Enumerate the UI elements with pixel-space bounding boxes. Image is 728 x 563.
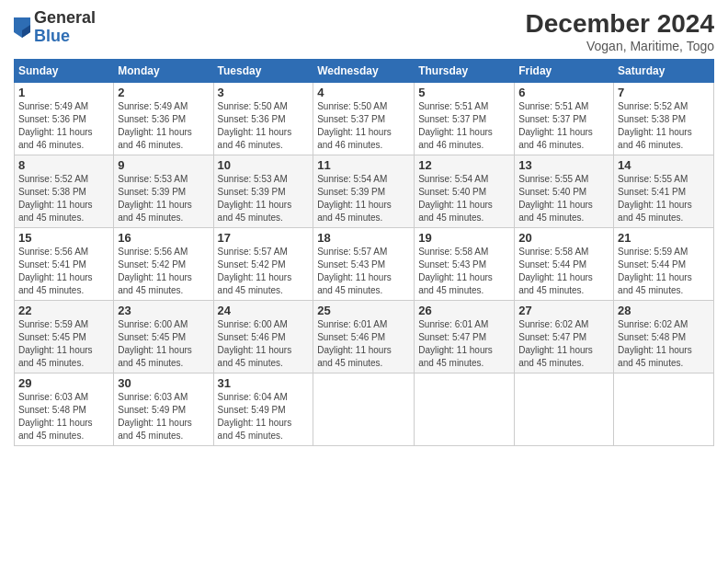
day-info: Sunrise: 5:57 AM Sunset: 5:42 PM Dayligh… bbox=[218, 246, 310, 297]
header: General Blue December 2024 Vogan, Mariti… bbox=[14, 9, 714, 53]
day-info: Sunrise: 6:03 AM Sunset: 5:49 PM Dayligh… bbox=[118, 391, 209, 442]
day-info: Sunrise: 5:54 AM Sunset: 5:39 PM Dayligh… bbox=[317, 173, 410, 224]
day-number: 1 bbox=[18, 86, 109, 99]
day-info: Sunrise: 5:50 AM Sunset: 5:36 PM Dayligh… bbox=[218, 100, 310, 152]
table-row: 8Sunrise: 5:52 AM Sunset: 5:38 PM Daylig… bbox=[15, 155, 114, 228]
day-number: 12 bbox=[418, 158, 510, 172]
day-number: 23 bbox=[118, 304, 209, 317]
table-row: 11Sunrise: 5:54 AM Sunset: 5:39 PM Dayli… bbox=[313, 155, 415, 228]
day-info: Sunrise: 5:57 AM Sunset: 5:43 PM Dayligh… bbox=[317, 246, 410, 297]
logo-blue: Blue bbox=[34, 28, 96, 46]
day-number: 15 bbox=[18, 231, 109, 245]
day-number: 25 bbox=[317, 304, 410, 317]
table-row: 6Sunrise: 5:51 AM Sunset: 5:37 PM Daylig… bbox=[515, 83, 614, 155]
table-row: 12Sunrise: 5:54 AM Sunset: 5:40 PM Dayli… bbox=[415, 155, 515, 228]
day-number: 21 bbox=[618, 231, 710, 245]
col-wednesday: Wednesday bbox=[313, 60, 415, 83]
day-number: 29 bbox=[18, 376, 109, 390]
day-info: Sunrise: 6:03 AM Sunset: 5:48 PM Dayligh… bbox=[18, 391, 109, 442]
day-number: 26 bbox=[418, 304, 510, 317]
location: Vogan, Maritime, Togo bbox=[526, 39, 714, 53]
table-row: 16Sunrise: 5:56 AM Sunset: 5:42 PM Dayli… bbox=[114, 228, 213, 301]
day-number: 11 bbox=[317, 158, 410, 172]
day-info: Sunrise: 5:56 AM Sunset: 5:41 PM Dayligh… bbox=[18, 246, 109, 297]
day-info: Sunrise: 5:54 AM Sunset: 5:40 PM Dayligh… bbox=[418, 173, 510, 224]
day-info: Sunrise: 5:51 AM Sunset: 5:37 PM Dayligh… bbox=[518, 100, 609, 152]
day-info: Sunrise: 6:02 AM Sunset: 5:48 PM Dayligh… bbox=[618, 318, 710, 370]
calendar-row: 22Sunrise: 5:59 AM Sunset: 5:45 PM Dayli… bbox=[15, 301, 714, 373]
day-number: 8 bbox=[18, 158, 109, 172]
calendar-row: 15Sunrise: 5:56 AM Sunset: 5:41 PM Dayli… bbox=[15, 228, 714, 301]
day-number: 24 bbox=[218, 304, 310, 317]
table-row: 25Sunrise: 6:01 AM Sunset: 5:46 PM Dayli… bbox=[313, 301, 415, 373]
day-number: 20 bbox=[518, 231, 609, 245]
logo: General Blue bbox=[14, 9, 96, 46]
day-number: 4 bbox=[317, 86, 410, 99]
day-number: 27 bbox=[518, 304, 609, 317]
table-row: 29Sunrise: 6:03 AM Sunset: 5:48 PM Dayli… bbox=[15, 373, 114, 446]
title-block: December 2024 Vogan, Maritime, Togo bbox=[526, 9, 714, 53]
col-thursday: Thursday bbox=[415, 60, 515, 83]
logo-icon bbox=[14, 17, 30, 38]
calendar-table: Sunday Monday Tuesday Wednesday Thursday… bbox=[14, 59, 714, 446]
day-info: Sunrise: 5:53 AM Sunset: 5:39 PM Dayligh… bbox=[118, 173, 209, 224]
day-info: Sunrise: 5:55 AM Sunset: 5:40 PM Dayligh… bbox=[518, 173, 609, 224]
day-info: Sunrise: 5:58 AM Sunset: 5:43 PM Dayligh… bbox=[418, 246, 510, 297]
day-info: Sunrise: 5:50 AM Sunset: 5:37 PM Dayligh… bbox=[317, 100, 410, 152]
day-number: 9 bbox=[118, 158, 209, 172]
table-row: 27Sunrise: 6:02 AM Sunset: 5:47 PM Dayli… bbox=[515, 301, 614, 373]
day-number: 19 bbox=[418, 231, 510, 245]
day-number: 28 bbox=[618, 304, 710, 317]
day-number: 31 bbox=[218, 376, 310, 390]
day-info: Sunrise: 5:52 AM Sunset: 5:38 PM Dayligh… bbox=[618, 100, 710, 152]
day-info: Sunrise: 5:52 AM Sunset: 5:38 PM Dayligh… bbox=[18, 173, 109, 224]
day-info: Sunrise: 5:51 AM Sunset: 5:37 PM Dayligh… bbox=[418, 100, 510, 152]
table-row: 4Sunrise: 5:50 AM Sunset: 5:37 PM Daylig… bbox=[313, 83, 415, 155]
day-info: Sunrise: 6:00 AM Sunset: 5:46 PM Dayligh… bbox=[218, 318, 310, 370]
col-friday: Friday bbox=[515, 60, 614, 83]
table-row: 3Sunrise: 5:50 AM Sunset: 5:36 PM Daylig… bbox=[213, 83, 313, 155]
day-number: 7 bbox=[618, 86, 710, 99]
table-row: 7Sunrise: 5:52 AM Sunset: 5:38 PM Daylig… bbox=[614, 83, 714, 155]
calendar-row: 29Sunrise: 6:03 AM Sunset: 5:48 PM Dayli… bbox=[15, 373, 714, 446]
header-row: Sunday Monday Tuesday Wednesday Thursday… bbox=[15, 60, 714, 83]
table-row: 1Sunrise: 5:49 AM Sunset: 5:36 PM Daylig… bbox=[15, 83, 114, 155]
day-info: Sunrise: 6:01 AM Sunset: 5:46 PM Dayligh… bbox=[317, 318, 410, 370]
calendar-row: 8Sunrise: 5:52 AM Sunset: 5:38 PM Daylig… bbox=[15, 155, 714, 228]
calendar-body: 1Sunrise: 5:49 AM Sunset: 5:36 PM Daylig… bbox=[15, 83, 714, 446]
logo-text: General Blue bbox=[34, 9, 96, 46]
table-row: 17Sunrise: 5:57 AM Sunset: 5:42 PM Dayli… bbox=[213, 228, 313, 301]
table-row bbox=[515, 373, 614, 446]
table-row: 14Sunrise: 5:55 AM Sunset: 5:41 PM Dayli… bbox=[614, 155, 714, 228]
day-info: Sunrise: 5:59 AM Sunset: 5:45 PM Dayligh… bbox=[18, 318, 109, 370]
table-row: 30Sunrise: 6:03 AM Sunset: 5:49 PM Dayli… bbox=[114, 373, 213, 446]
day-info: Sunrise: 6:04 AM Sunset: 5:49 PM Dayligh… bbox=[218, 391, 310, 442]
day-info: Sunrise: 6:00 AM Sunset: 5:45 PM Dayligh… bbox=[118, 318, 209, 370]
table-row: 21Sunrise: 5:59 AM Sunset: 5:44 PM Dayli… bbox=[614, 228, 714, 301]
day-number: 6 bbox=[518, 86, 609, 99]
day-number: 17 bbox=[218, 231, 310, 245]
table-row bbox=[415, 373, 515, 446]
table-row: 2Sunrise: 5:49 AM Sunset: 5:36 PM Daylig… bbox=[114, 83, 213, 155]
table-row: 31Sunrise: 6:04 AM Sunset: 5:49 PM Dayli… bbox=[213, 373, 313, 446]
table-row: 23Sunrise: 6:00 AM Sunset: 5:45 PM Dayli… bbox=[114, 301, 213, 373]
day-number: 30 bbox=[118, 376, 209, 390]
day-number: 2 bbox=[118, 86, 209, 99]
table-row: 19Sunrise: 5:58 AM Sunset: 5:43 PM Dayli… bbox=[415, 228, 515, 301]
day-info: Sunrise: 5:56 AM Sunset: 5:42 PM Dayligh… bbox=[118, 246, 209, 297]
day-info: Sunrise: 5:58 AM Sunset: 5:44 PM Dayligh… bbox=[518, 246, 609, 297]
table-row: 5Sunrise: 5:51 AM Sunset: 5:37 PM Daylig… bbox=[415, 83, 515, 155]
day-info: Sunrise: 6:02 AM Sunset: 5:47 PM Dayligh… bbox=[518, 318, 609, 370]
day-number: 13 bbox=[518, 158, 609, 172]
day-number: 18 bbox=[317, 231, 410, 245]
table-row: 15Sunrise: 5:56 AM Sunset: 5:41 PM Dayli… bbox=[15, 228, 114, 301]
day-number: 5 bbox=[418, 86, 510, 99]
day-number: 16 bbox=[118, 231, 209, 245]
day-info: Sunrise: 5:59 AM Sunset: 5:44 PM Dayligh… bbox=[618, 246, 710, 297]
table-row bbox=[614, 373, 714, 446]
col-saturday: Saturday bbox=[614, 60, 714, 83]
day-info: Sunrise: 5:55 AM Sunset: 5:41 PM Dayligh… bbox=[618, 173, 710, 224]
table-row: 20Sunrise: 5:58 AM Sunset: 5:44 PM Dayli… bbox=[515, 228, 614, 301]
table-row: 10Sunrise: 5:53 AM Sunset: 5:39 PM Dayli… bbox=[213, 155, 313, 228]
main-container: General Blue December 2024 Vogan, Mariti… bbox=[0, 0, 728, 455]
